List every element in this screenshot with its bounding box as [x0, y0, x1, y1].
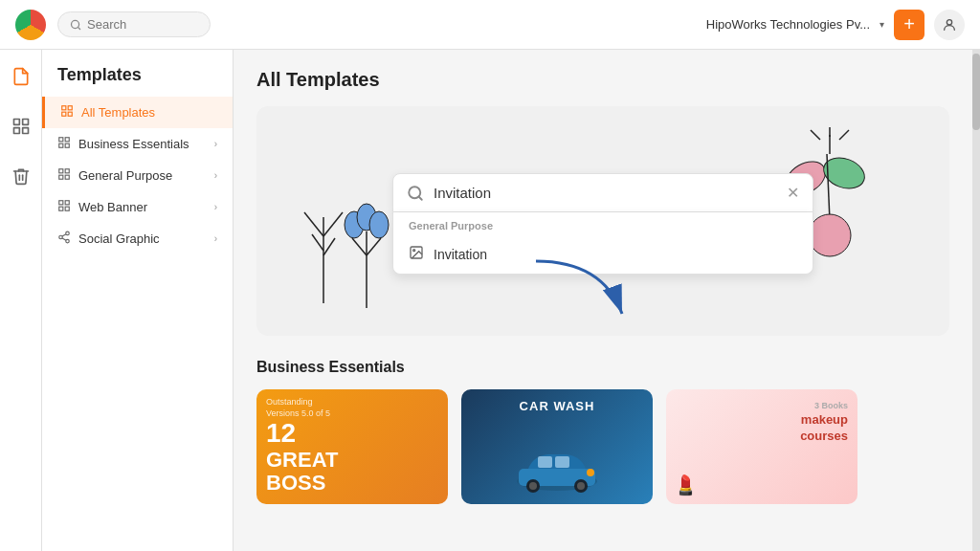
business-essentials-icon	[57, 136, 71, 152]
sidebar-item-all-templates[interactable]: All Templates	[42, 97, 233, 128]
svg-line-29	[304, 212, 323, 236]
navbar: HipoWorks Technologies Pv... ▾ +	[0, 0, 980, 50]
business-essentials-section: Business Essentials OutstandingVersions …	[256, 359, 949, 504]
sidebar-icon-document[interactable]	[6, 61, 36, 92]
template-card-boss[interactable]: OutstandingVersions 5.0 of 5 12 GREAT BO…	[256, 389, 448, 504]
icon-sidebar	[0, 50, 42, 551]
svg-rect-11	[59, 138, 63, 142]
svg-point-55	[529, 482, 537, 490]
sidebar-item-general-purpose[interactable]: General Purpose ›	[42, 160, 233, 191]
svg-line-26	[62, 238, 66, 240]
chevron-right-icon: ›	[214, 202, 217, 212]
svg-line-1	[78, 27, 79, 29]
svg-line-48	[418, 196, 421, 199]
content-area: All Templates	[234, 50, 972, 551]
main-layout: Templates All Templates Business Essenti…	[0, 50, 980, 551]
svg-point-23	[66, 231, 70, 235]
svg-point-46	[809, 214, 851, 256]
svg-rect-17	[59, 175, 63, 179]
svg-rect-15	[59, 169, 63, 173]
scrollbar-thumb[interactable]	[972, 54, 980, 130]
search-dropdown-input-bar[interactable]: ✕	[392, 173, 813, 212]
svg-rect-13	[59, 143, 63, 147]
sidebar-title: Templates	[42, 65, 233, 97]
search-dropdown: ✕ General Purpose Invitation	[392, 173, 813, 275]
svg-rect-21	[59, 207, 63, 210]
web-banner-icon	[57, 199, 71, 215]
hero-banner: Create beautiful documents	[256, 106, 949, 336]
svg-rect-22	[65, 207, 69, 210]
svg-rect-18	[65, 175, 69, 179]
svg-line-32	[323, 238, 335, 255]
arrow-pointer	[526, 252, 641, 332]
app-logo	[15, 10, 46, 40]
svg-rect-59	[555, 456, 569, 468]
person-icon	[942, 17, 957, 33]
sidebar-icon-trash[interactable]	[6, 161, 36, 191]
svg-rect-5	[13, 128, 19, 134]
page-title: All Templates	[256, 69, 949, 91]
section-title: Business Essentials	[256, 359, 949, 376]
user-button[interactable]	[934, 10, 965, 40]
result-item-label: Invitation	[434, 247, 487, 262]
svg-rect-10	[68, 112, 72, 116]
general-purpose-icon	[57, 167, 71, 184]
template-card-carwash[interactable]: CAR WASH	[461, 389, 653, 504]
template-card-makeup[interactable]: 3 Books makeup courses 💄	[666, 389, 858, 504]
svg-rect-20	[65, 201, 69, 205]
svg-point-57	[577, 482, 585, 490]
svg-rect-7	[62, 106, 66, 110]
result-image-icon	[409, 245, 424, 264]
all-templates-icon	[60, 104, 74, 121]
svg-line-40	[811, 130, 820, 140]
svg-rect-12	[65, 138, 69, 142]
svg-line-27	[62, 234, 66, 236]
card-text-boss: 12 GREAT BOSS	[266, 419, 338, 495]
template-search-input[interactable]	[434, 185, 777, 201]
template-card-grid: OutstandingVersions 5.0 of 5 12 GREAT BO…	[256, 389, 949, 504]
company-name: HipoWorks Technologies Pv...	[706, 17, 870, 32]
scrollbar[interactable]	[972, 50, 980, 551]
svg-line-30	[323, 212, 343, 236]
card-text-makeup: 3 Books makeup courses	[800, 399, 848, 444]
svg-line-37	[352, 238, 367, 255]
sidebar-item-label: Social Graphic	[78, 231, 160, 246]
sidebar-item-social-graphic[interactable]: Social Graphic ›	[42, 223, 233, 254]
svg-line-38	[367, 238, 381, 255]
svg-rect-19	[59, 201, 63, 205]
chevron-right-icon: ›	[214, 139, 217, 149]
svg-line-31	[312, 234, 323, 251]
navbar-right: HipoWorks Technologies Pv... ▾ +	[706, 10, 965, 40]
global-search-input[interactable]	[87, 17, 198, 32]
svg-rect-8	[68, 106, 72, 110]
chevron-right-icon: ›	[214, 170, 217, 181]
sidebar-item-label: All Templates	[81, 105, 155, 120]
svg-point-50	[413, 250, 415, 252]
svg-rect-16	[65, 169, 69, 173]
global-search-bar[interactable]	[57, 11, 211, 37]
search-icon	[70, 18, 81, 32]
sidebar-item-label: Business Essentials	[78, 137, 189, 151]
sidebar-item-business-essentials[interactable]: Business Essentials ›	[42, 128, 233, 160]
card-text-carwash: CAR WASH	[520, 399, 595, 413]
search-category-label: General Purpose	[393, 212, 813, 235]
sidebar-icon-files[interactable]	[6, 111, 36, 142]
add-button[interactable]: +	[894, 10, 924, 40]
sidebar-item-label: General Purpose	[78, 168, 172, 183]
svg-rect-58	[538, 456, 552, 468]
svg-rect-6	[22, 128, 28, 134]
clear-search-icon[interactable]: ✕	[787, 184, 799, 202]
svg-rect-3	[13, 120, 19, 125]
svg-point-2	[947, 19, 951, 24]
sidebar-item-web-banner[interactable]: Web Banner ›	[42, 191, 233, 223]
social-graphic-icon	[57, 231, 71, 247]
svg-rect-9	[62, 112, 66, 116]
svg-point-25	[66, 239, 70, 243]
svg-line-42	[839, 130, 849, 140]
chevron-down-icon: ▾	[880, 19, 884, 30]
search-dropdown-icon	[407, 185, 424, 202]
svg-point-24	[59, 235, 63, 239]
svg-rect-4	[22, 120, 28, 125]
svg-rect-14	[65, 143, 69, 147]
sidebar-item-label: Web Banner	[78, 200, 147, 214]
